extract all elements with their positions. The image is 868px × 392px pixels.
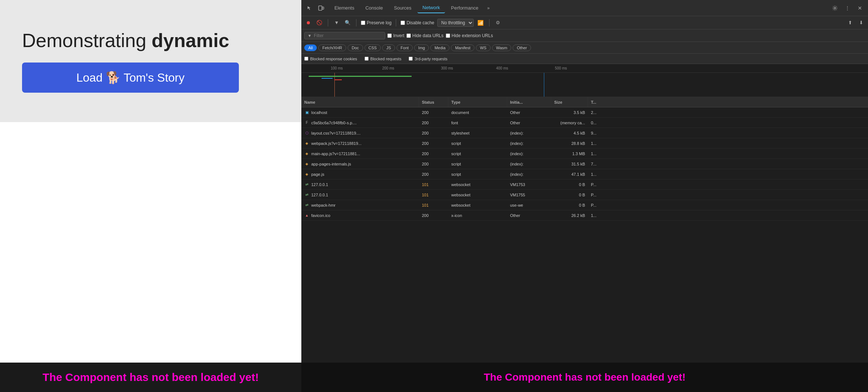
filter-input-wrap: ▼ xyxy=(304,32,385,39)
cell-status: 200 xyxy=(419,138,448,148)
cell-status: 101 xyxy=(419,200,448,210)
invert-label: Invert xyxy=(393,33,404,38)
col-type[interactable]: Type xyxy=(448,97,507,107)
table-row[interactable]: ⇌ webpack-hmr 101 websocket use-we 0 B P… xyxy=(301,200,868,210)
cell-time: P... xyxy=(588,179,610,189)
filter-buttons-row: All Fetch/XHR Doc CSS JS Font Img Media … xyxy=(301,42,868,54)
table-row[interactable]: ◈ main-app.js?v=17211881... 200 script (… xyxy=(301,149,868,159)
filter-js[interactable]: JS xyxy=(382,44,395,51)
col-name[interactable]: Name xyxy=(301,97,419,107)
tab-console[interactable]: Console xyxy=(360,3,388,13)
download-icon[interactable]: ⬇ xyxy=(857,19,865,27)
filter-doc[interactable]: Doc xyxy=(348,44,363,51)
row-type-icon: ◈ xyxy=(304,141,309,146)
col-size[interactable]: Size xyxy=(551,97,588,107)
blocked-cookies-checkbox[interactable] xyxy=(304,57,308,61)
invert-checkbox[interactable] xyxy=(387,33,392,38)
hide-extension-urls-group: Hide extension URLs xyxy=(446,33,493,38)
upload-icon[interactable]: ⬆ xyxy=(846,19,854,27)
row-type-icon: ◈ xyxy=(304,161,309,167)
preserve-log-checkbox[interactable] xyxy=(361,21,365,25)
timeline-300ms: 300 ms xyxy=(441,66,453,70)
clear-button[interactable]: 🚫 xyxy=(315,19,323,27)
third-party-checkbox[interactable] xyxy=(409,57,413,61)
filter-all[interactable]: All xyxy=(304,44,317,51)
wifi-icon[interactable]: 📶 xyxy=(477,19,485,27)
cell-type: font xyxy=(448,118,507,128)
left-panel: Demonstrating dynamic Load 🐕 Tom's Story… xyxy=(0,0,301,392)
network-table: Name Status Type Initia... Size T... ▣ l… xyxy=(301,97,868,363)
filter-manifest[interactable]: Manifest xyxy=(451,44,474,51)
third-party-group: 3rd-party requests xyxy=(409,57,447,61)
cell-name: F c9a5bc6a7c948fb0-s.p.... xyxy=(301,118,419,128)
close-icon[interactable]: ✕ xyxy=(855,3,865,13)
cell-status: 200 xyxy=(419,118,448,128)
row-type-icon: ▣ xyxy=(304,110,309,115)
settings-icon[interactable] xyxy=(830,3,840,13)
table-row[interactable]: ◈ page.js 200 script (index): 47.1 kB 1.… xyxy=(301,169,868,179)
disable-cache-checkbox[interactable] xyxy=(401,21,405,25)
filter-icon[interactable]: ▼ xyxy=(333,19,341,27)
row-type-icon: ⇌ xyxy=(304,192,309,197)
cell-name: ◈ page.js xyxy=(301,169,419,179)
filter-input[interactable] xyxy=(314,33,380,38)
more-options-icon[interactable]: ⋮ xyxy=(842,3,853,13)
cell-type: websocket xyxy=(448,179,507,189)
cell-time: 2... xyxy=(588,107,610,117)
table-row[interactable]: ⬡ layout.css?v=172118819.... 200 stylesh… xyxy=(301,128,868,138)
throttle-select[interactable]: No throttling Fast 3G Slow 3G xyxy=(437,19,474,27)
cell-initiator: Other xyxy=(507,210,551,220)
tab-sources[interactable]: Sources xyxy=(389,3,417,13)
filter-wasm[interactable]: Wasm xyxy=(492,44,512,51)
devtools-bottom-bar: The Component has not been loaded yet! xyxy=(301,363,868,392)
cell-time: 9... xyxy=(588,128,610,138)
devtools-component-message: The Component has not been loaded yet! xyxy=(484,371,685,383)
filter-media[interactable]: Media xyxy=(430,44,449,51)
table-row[interactable]: ◈ webpack.js?v=172118819... 200 script (… xyxy=(301,138,868,149)
col-initiator[interactable]: Initia... xyxy=(507,97,551,107)
filter-other[interactable]: Other xyxy=(513,44,531,51)
cursor-icon[interactable] xyxy=(304,3,315,13)
cell-initiator: VM1755 xyxy=(507,190,551,200)
filter-css[interactable]: CSS xyxy=(365,44,381,51)
cell-name: ⇌ 127.0.0.1 xyxy=(301,190,419,200)
load-story-button[interactable]: Load 🐕 Tom's Story xyxy=(22,63,239,93)
table-row[interactable]: ▣ localhost 200 document Other 3.5 kB 2.… xyxy=(301,107,868,118)
cell-name: ⇌ webpack-hmr xyxy=(301,200,419,210)
device-toggle-icon[interactable] xyxy=(316,3,326,13)
svg-point-2 xyxy=(834,7,836,9)
table-row[interactable]: F c9a5bc6a7c948fb0-s.p.... 200 font Othe… xyxy=(301,118,868,128)
cell-status: 101 xyxy=(419,179,448,189)
network-settings-icon[interactable]: ⚙ xyxy=(494,19,502,27)
cell-name: ◈ main-app.js?v=17211881... xyxy=(301,149,419,158)
blocked-requests-checkbox[interactable] xyxy=(365,57,369,61)
col-time[interactable]: T... xyxy=(588,97,610,107)
cell-size: (memory ca... xyxy=(551,118,588,128)
table-row[interactable]: ▲ favicon.ico 200 x-icon Other 26.2 kB 1… xyxy=(301,210,868,221)
tab-network[interactable]: Network xyxy=(417,3,445,13)
table-row[interactable]: ◈ app-pages-internals.js 200 script (ind… xyxy=(301,159,868,169)
more-tabs-icon[interactable]: » xyxy=(484,4,493,12)
cell-time: 7... xyxy=(588,159,610,169)
hide-extension-urls-checkbox[interactable] xyxy=(446,33,450,38)
filter-ws[interactable]: WS xyxy=(476,44,491,51)
filter-fetch-xhr[interactable]: Fetch/XHR xyxy=(318,44,346,51)
filter-img[interactable]: Img xyxy=(414,44,429,51)
table-row[interactable]: ⇌ 127.0.0.1 101 websocket VM1753 0 B P..… xyxy=(301,179,868,190)
cell-size: 47.1 kB xyxy=(551,169,588,179)
hide-data-urls-checkbox[interactable] xyxy=(406,33,411,38)
col-status[interactable]: Status xyxy=(419,97,448,107)
tab-performance[interactable]: Performance xyxy=(446,3,483,13)
hide-data-urls-group: Hide data URLs xyxy=(406,33,444,38)
cell-size: 1.3 MB xyxy=(551,149,588,158)
timeline-200ms: 200 ms xyxy=(382,66,394,70)
filter-font[interactable]: Font xyxy=(397,44,413,51)
row-name-text: webpack-hmr xyxy=(311,203,336,207)
cell-size: 31.5 kB xyxy=(551,159,588,169)
record-button[interactable]: ⏺ xyxy=(304,19,312,27)
table-row[interactable]: ⇌ 127.0.0.1 101 websocket VM1755 0 B P..… xyxy=(301,190,868,200)
preserve-log-group: Preserve log xyxy=(361,20,391,25)
tab-elements[interactable]: Elements xyxy=(329,3,359,13)
search-icon[interactable]: 🔍 xyxy=(344,19,352,27)
toolbar-separator-3 xyxy=(396,19,396,26)
